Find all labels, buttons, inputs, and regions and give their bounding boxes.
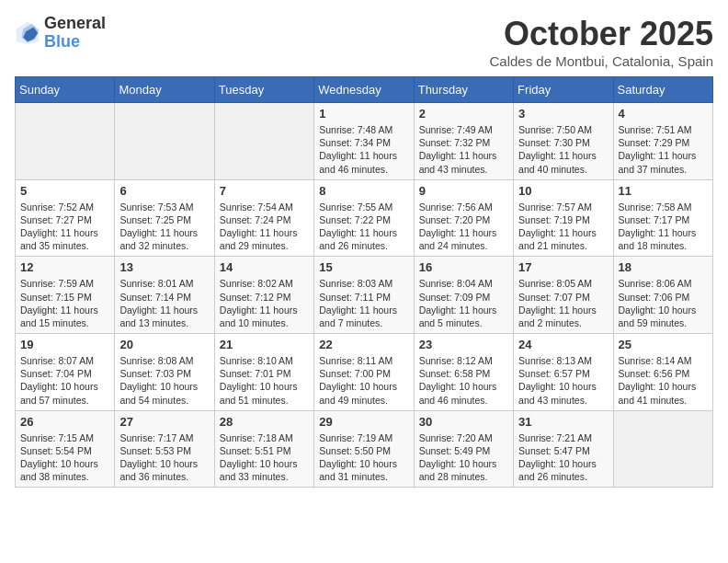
calendar-cell: 23Sunrise: 8:12 AMSunset: 6:58 PMDayligh… xyxy=(414,334,513,411)
weekday-header-monday: Monday xyxy=(115,77,214,103)
sunrise-text: Sunrise: 8:08 AM xyxy=(119,354,209,367)
day-number: 5 xyxy=(20,184,109,198)
day-number: 24 xyxy=(518,338,608,351)
calendar-cell: 10Sunrise: 7:57 AMSunset: 7:19 PMDayligh… xyxy=(514,179,613,257)
day-number: 16 xyxy=(419,260,508,274)
calendar-cell: 24Sunrise: 8:13 AMSunset: 6:57 PMDayligh… xyxy=(514,334,613,411)
daylight-text: Daylight: 11 hours and 32 minutes. xyxy=(119,226,209,252)
sunset-text: Sunset: 7:15 PM xyxy=(20,291,109,304)
daylight-text: Daylight: 10 hours and 54 minutes. xyxy=(119,380,209,406)
calendar-week-row: 12Sunrise: 7:59 AMSunset: 7:15 PMDayligh… xyxy=(16,257,713,334)
day-number: 31 xyxy=(518,415,608,429)
sunset-text: Sunset: 7:25 PM xyxy=(119,213,209,226)
sunrise-text: Sunrise: 7:21 AM xyxy=(518,431,608,444)
day-number: 20 xyxy=(119,338,209,351)
daylight-text: Daylight: 11 hours and 35 minutes. xyxy=(20,226,109,252)
calendar-cell: 4Sunrise: 7:51 AMSunset: 7:29 PMDaylight… xyxy=(613,103,712,180)
calendar-cell: 17Sunrise: 8:05 AMSunset: 7:07 PMDayligh… xyxy=(514,257,613,334)
sunrise-text: Sunrise: 7:20 AM xyxy=(419,431,508,444)
calendar-cell: 31Sunrise: 7:21 AMSunset: 5:47 PMDayligh… xyxy=(514,410,613,488)
logo-blue-text: Blue xyxy=(44,33,106,52)
calendar-week-row: 26Sunrise: 7:15 AMSunset: 5:54 PMDayligh… xyxy=(16,410,713,488)
daylight-text: Daylight: 10 hours and 36 minutes. xyxy=(119,457,209,483)
sunset-text: Sunset: 7:19 PM xyxy=(518,213,608,226)
sunset-text: Sunset: 7:17 PM xyxy=(619,213,708,226)
sunset-text: Sunset: 7:04 PM xyxy=(20,367,109,380)
sunrise-text: Sunrise: 8:13 AM xyxy=(518,354,608,367)
daylight-text: Daylight: 10 hours and 41 minutes. xyxy=(619,380,708,406)
daylight-text: Daylight: 10 hours and 26 minutes. xyxy=(518,457,608,483)
logo-icon xyxy=(15,20,40,46)
sunrise-text: Sunrise: 8:10 AM xyxy=(220,354,309,367)
day-number: 27 xyxy=(119,415,209,429)
calendar-cell: 1Sunrise: 7:48 AMSunset: 7:34 PMDaylight… xyxy=(314,103,414,180)
weekday-header-thursday: Thursday xyxy=(414,77,513,103)
sunset-text: Sunset: 7:12 PM xyxy=(220,291,309,304)
sunset-text: Sunset: 5:49 PM xyxy=(419,444,508,457)
sunrise-text: Sunrise: 7:17 AM xyxy=(119,431,209,444)
page-header: General Blue October 2025 Caldes de Mont… xyxy=(15,15,713,69)
logo-general-text: General xyxy=(44,15,106,33)
calendar-cell xyxy=(115,103,214,180)
daylight-text: Daylight: 10 hours and 51 minutes. xyxy=(220,380,309,406)
sunrise-text: Sunrise: 7:55 AM xyxy=(319,201,408,213)
sunrise-text: Sunrise: 7:59 AM xyxy=(20,277,109,290)
daylight-text: Daylight: 11 hours and 2 minutes. xyxy=(518,304,608,329)
sunset-text: Sunset: 7:24 PM xyxy=(220,213,309,226)
sunrise-text: Sunrise: 8:03 AM xyxy=(319,277,408,290)
day-number: 12 xyxy=(20,260,109,274)
weekday-header-saturday: Saturday xyxy=(613,77,712,103)
daylight-text: Daylight: 11 hours and 5 minutes. xyxy=(419,304,508,329)
sunrise-text: Sunrise: 7:51 AM xyxy=(619,123,708,136)
daylight-text: Daylight: 11 hours and 46 minutes. xyxy=(319,149,408,175)
sunrise-text: Sunrise: 7:49 AM xyxy=(419,123,508,136)
sunrise-text: Sunrise: 8:06 AM xyxy=(619,277,708,290)
calendar-cell: 2Sunrise: 7:49 AMSunset: 7:32 PMDaylight… xyxy=(414,103,513,180)
calendar-cell: 29Sunrise: 7:19 AMSunset: 5:50 PMDayligh… xyxy=(314,410,414,488)
weekday-header-sunday: Sunday xyxy=(16,77,115,103)
calendar-cell: 25Sunrise: 8:14 AMSunset: 6:56 PMDayligh… xyxy=(613,334,712,411)
day-number: 8 xyxy=(319,184,408,198)
calendar-cell: 9Sunrise: 7:56 AMSunset: 7:20 PMDaylight… xyxy=(414,179,513,257)
sunrise-text: Sunrise: 7:52 AM xyxy=(20,201,109,213)
calendar-cell: 21Sunrise: 8:10 AMSunset: 7:01 PMDayligh… xyxy=(214,334,313,411)
sunrise-text: Sunrise: 8:11 AM xyxy=(319,354,408,367)
calendar-table: SundayMondayTuesdayWednesdayThursdayFrid… xyxy=(15,76,713,488)
calendar-week-row: 1Sunrise: 7:48 AMSunset: 7:34 PMDaylight… xyxy=(16,103,713,180)
day-number: 21 xyxy=(220,338,309,351)
daylight-text: Daylight: 10 hours and 57 minutes. xyxy=(20,380,109,406)
calendar-cell: 28Sunrise: 7:18 AMSunset: 5:51 PMDayligh… xyxy=(214,410,313,488)
sunset-text: Sunset: 7:34 PM xyxy=(319,136,408,149)
sunrise-text: Sunrise: 7:54 AM xyxy=(220,201,309,213)
sunrise-text: Sunrise: 7:19 AM xyxy=(319,431,408,444)
daylight-text: Daylight: 10 hours and 38 minutes. xyxy=(20,457,109,483)
daylight-text: Daylight: 10 hours and 43 minutes. xyxy=(518,380,608,406)
location-title: Caldes de Montbui, Catalonia, Spain xyxy=(490,53,714,69)
sunset-text: Sunset: 7:06 PM xyxy=(619,291,708,304)
calendar-cell: 22Sunrise: 8:11 AMSunset: 7:00 PMDayligh… xyxy=(314,334,414,411)
day-number: 28 xyxy=(220,415,309,429)
day-number: 14 xyxy=(220,260,309,274)
day-number: 15 xyxy=(319,260,408,274)
sunrise-text: Sunrise: 7:18 AM xyxy=(220,431,309,444)
logo: General Blue xyxy=(15,15,106,52)
sunset-text: Sunset: 7:09 PM xyxy=(419,291,508,304)
logo-text: General Blue xyxy=(44,15,106,52)
calendar-cell: 13Sunrise: 8:01 AMSunset: 7:14 PMDayligh… xyxy=(115,257,214,334)
sunrise-text: Sunrise: 8:01 AM xyxy=(119,277,209,290)
sunset-text: Sunset: 7:01 PM xyxy=(220,367,309,380)
daylight-text: Daylight: 11 hours and 21 minutes. xyxy=(518,226,608,252)
daylight-text: Daylight: 10 hours and 33 minutes. xyxy=(220,457,309,483)
day-number: 26 xyxy=(20,415,109,429)
sunset-text: Sunset: 6:56 PM xyxy=(619,367,708,380)
day-number: 11 xyxy=(619,184,708,198)
calendar-cell xyxy=(214,103,313,180)
weekday-header-row: SundayMondayTuesdayWednesdayThursdayFrid… xyxy=(16,77,713,103)
sunset-text: Sunset: 7:30 PM xyxy=(518,136,608,149)
calendar-week-row: 19Sunrise: 8:07 AMSunset: 7:04 PMDayligh… xyxy=(16,334,713,411)
daylight-text: Daylight: 11 hours and 24 minutes. xyxy=(419,226,508,252)
day-number: 22 xyxy=(319,338,408,351)
day-number: 10 xyxy=(518,184,608,198)
calendar-cell: 20Sunrise: 8:08 AMSunset: 7:03 PMDayligh… xyxy=(115,334,214,411)
calendar-cell: 19Sunrise: 8:07 AMSunset: 7:04 PMDayligh… xyxy=(16,334,115,411)
